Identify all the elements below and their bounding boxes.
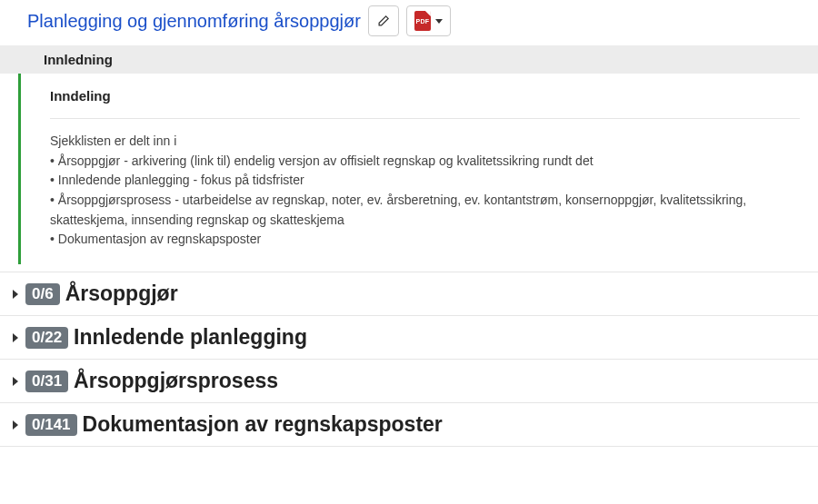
header: Planlegging og gjennomføring årsoppgjør … (0, 0, 818, 45)
chevron-right-icon (13, 420, 18, 430)
chevron-right-icon (13, 290, 18, 299)
section-title: Årsoppgjørsprosess (74, 369, 278, 393)
progress-badge: 0/31 (25, 371, 68, 392)
sections-accordion: 0/6 Årsoppgjør 0/22 Innledende planleggi… (0, 272, 818, 447)
intro-heading-bar: Innledning (0, 45, 818, 74)
chevron-right-icon (13, 377, 18, 386)
intro-bullet: • Dokumentasjon av regnskapsposter (50, 230, 800, 250)
pencil-icon (376, 15, 390, 28)
progress-badge: 0/22 (25, 327, 68, 349)
intro-info-block: Inndeling Sjekklisten er delt inn i • År… (18, 74, 818, 264)
chevron-down-icon (435, 19, 443, 24)
progress-badge: 0/141 (25, 414, 77, 436)
edit-button[interactable] (368, 5, 399, 36)
section-row-dokumentasjon[interactable]: 0/141 Dokumentasjon av regnskapsposter (0, 403, 818, 447)
section-title: Årsoppgjør (65, 282, 178, 306)
pdf-dropdown-button[interactable]: PDF (406, 5, 451, 36)
page-title: Planlegging og gjennomføring årsoppgjør (27, 11, 361, 32)
intro-bullet: • Årsoppgjørsprosess - utarbeidelse av r… (50, 191, 800, 230)
intro-bullet: • Innledende planlegging - fokus på tids… (50, 171, 800, 191)
section-row-arsoppgjor[interactable]: 0/6 Årsoppgjør (0, 272, 818, 316)
section-title: Dokumentasjon av regnskapsposter (83, 412, 443, 437)
pdf-icon: PDF (414, 11, 431, 31)
progress-badge: 0/6 (25, 283, 60, 305)
intro-body: Sjekklisten er delt inn i • Årsoppgjør -… (50, 132, 800, 250)
intro-subheading: Inndeling (50, 88, 800, 119)
section-row-innledende[interactable]: 0/22 Innledende planlegging (0, 316, 818, 360)
chevron-right-icon (13, 333, 18, 342)
section-row-prosess[interactable]: 0/31 Årsoppgjørsprosess (0, 360, 818, 403)
section-title: Innledende planlegging (74, 325, 307, 350)
intro-lead: Sjekklisten er delt inn i (50, 132, 800, 152)
intro-bullet: • Årsoppgjør - arkivering (link til) end… (50, 152, 800, 172)
